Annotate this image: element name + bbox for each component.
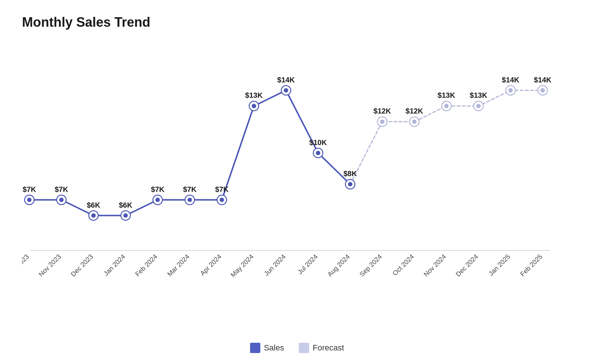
legend-container: Sales Forecast (22, 335, 572, 357)
svg-text:$6K: $6K (87, 201, 100, 209)
chart-title: Monthly Sales Trend (22, 15, 572, 30)
svg-point-28 (124, 213, 128, 218)
svg-text:$12K: $12K (406, 107, 423, 115)
svg-text:Sep 2024: Sep 2024 (358, 253, 384, 278)
svg-text:Apr 2024: Apr 2024 (199, 253, 223, 277)
svg-text:Dec 2024: Dec 2024 (454, 253, 480, 278)
svg-text:Oct 2024: Oct 2024 (391, 253, 415, 277)
svg-point-22 (59, 198, 64, 202)
svg-text:Dec 2023: Dec 2023 (69, 253, 95, 278)
svg-text:$12K: $12K (374, 107, 391, 115)
svg-point-64 (509, 88, 513, 93)
svg-point-43 (284, 88, 288, 93)
svg-text:Mar 2024: Mar 2024 (166, 253, 191, 278)
chart-area: Oct 2023Nov 2023Dec 2023Jan 2024Feb 2024… (22, 41, 572, 335)
svg-point-34 (188, 198, 192, 202)
svg-text:$13K: $13K (470, 91, 487, 99)
legend-forecast: Forecast (299, 343, 344, 353)
svg-point-37 (220, 198, 224, 202)
svg-text:Jan 2025: Jan 2025 (487, 253, 512, 278)
svg-text:$7K: $7K (215, 185, 229, 193)
svg-text:Feb 2024: Feb 2024 (134, 253, 159, 278)
svg-point-40 (252, 104, 256, 108)
legend-forecast-label: Forecast (313, 343, 344, 353)
svg-text:$14K: $14K (277, 76, 295, 84)
svg-point-25 (91, 213, 96, 218)
svg-text:$13K: $13K (438, 91, 455, 99)
svg-text:$7K: $7K (151, 185, 165, 193)
svg-text:Nov 2023: Nov 2023 (37, 253, 63, 278)
svg-text:Feb 2025: Feb 2025 (519, 253, 544, 278)
svg-text:$7K: $7K (183, 185, 197, 193)
svg-point-46 (316, 151, 320, 155)
svg-text:$7K: $7K (23, 185, 36, 193)
svg-text:Jun 2024: Jun 2024 (263, 253, 287, 278)
svg-text:$7K: $7K (55, 185, 68, 193)
svg-text:$13K: $13K (245, 91, 263, 99)
svg-text:$6K: $6K (119, 201, 132, 209)
svg-point-52 (380, 119, 385, 124)
svg-text:Jul 2024: Jul 2024 (296, 253, 319, 276)
svg-point-55 (412, 119, 417, 124)
svg-point-31 (155, 198, 160, 202)
legend-sales-label: Sales (264, 343, 284, 353)
svg-text:$14K: $14K (534, 76, 551, 84)
svg-text:Nov 2024: Nov 2024 (422, 253, 448, 278)
legend-forecast-box (299, 343, 309, 353)
legend-sales: Sales (250, 343, 284, 353)
svg-point-67 (540, 88, 545, 93)
svg-text:$10K: $10K (309, 138, 327, 146)
chart-container: Monthly Sales Trend Oct 2023Nov 2023Dec … (0, 0, 594, 364)
svg-text:Jan 2024: Jan 2024 (102, 253, 127, 278)
svg-text:$14K: $14K (502, 76, 520, 84)
svg-text:Aug 2024: Aug 2024 (326, 253, 351, 278)
svg-point-19 (27, 198, 32, 202)
svg-text:$8K: $8K (344, 170, 357, 178)
svg-text:Oct 2023: Oct 2023 (22, 253, 30, 277)
svg-point-58 (444, 104, 449, 108)
legend-sales-box (250, 343, 260, 353)
svg-text:May 2024: May 2024 (229, 253, 255, 279)
svg-point-49 (348, 182, 352, 186)
svg-point-61 (476, 104, 481, 108)
